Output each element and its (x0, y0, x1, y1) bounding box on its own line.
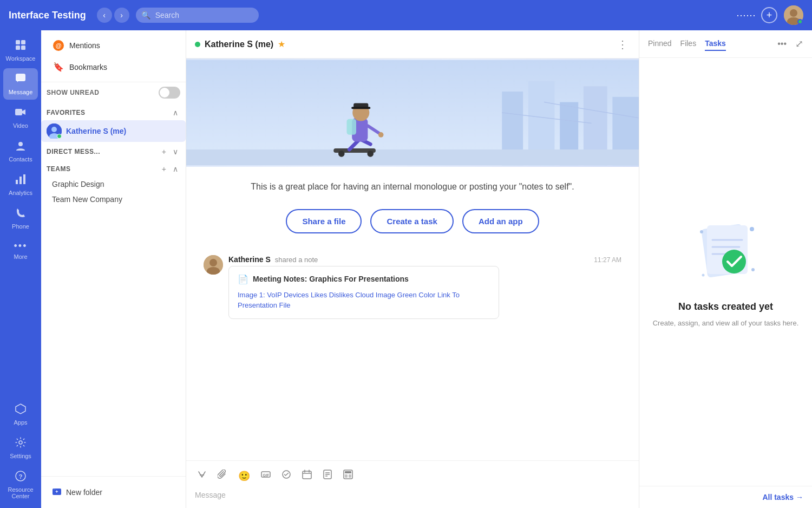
team-graphic-design-item[interactable]: Graphic Design (41, 177, 186, 192)
calendar-button[interactable] (300, 467, 314, 484)
favorites-actions: ∧ (171, 107, 180, 118)
katherine-s-me-item[interactable]: Katherine S (me) (41, 120, 186, 142)
add-app-button[interactable]: Add an app (462, 209, 539, 233)
phone-icon (15, 207, 27, 222)
sidebar-item-contacts[interactable]: Contacts (3, 135, 38, 167)
doc-icon: 📄 (238, 274, 248, 284)
app-title: Interface Testing (9, 10, 86, 21)
direct-mess-section-header: DIRECT MESS... + ∨ (41, 142, 186, 159)
format-button[interactable] (195, 467, 209, 484)
contacts-label: Contacts (9, 156, 32, 162)
right-panel-header: Pinned Files Tasks ••• ⤢ (639, 30, 812, 58)
favorites-section-header: FAVORITES ∧ (41, 103, 186, 120)
new-folder-item[interactable]: + New folder (47, 482, 180, 503)
share-file-button[interactable]: Share a file (286, 209, 362, 233)
svg-rect-10 (16, 180, 18, 184)
teams-add-button[interactable]: + (160, 164, 168, 174)
all-tasks-button[interactable]: All tasks → (762, 493, 803, 502)
chat-star-icon[interactable]: ★ (278, 39, 285, 49)
sidebar-item-video[interactable]: Video (3, 102, 38, 133)
chat-body: This is a great place for having an inte… (186, 167, 639, 460)
bookmarks-item[interactable]: 🔖 Bookmarks (48, 57, 179, 76)
chat-input[interactable] (195, 489, 630, 504)
team-new-company-label: Team New Company (52, 195, 122, 204)
settings-label: Settings (10, 453, 31, 459)
grid-icon-button[interactable]: ⋯⋯ (737, 6, 755, 24)
new-folder-label: New folder (66, 488, 102, 497)
all-tasks-arrow-icon: → (796, 493, 803, 502)
sidebar-item-apps[interactable]: Apps (3, 399, 38, 430)
nav-back-button[interactable]: ‹ (97, 8, 112, 23)
sidebar-item-more[interactable]: ••• More (3, 236, 38, 264)
search-input[interactable] (136, 8, 259, 23)
right-panel: Pinned Files Tasks ••• ⤢ (639, 30, 812, 508)
more-label: More (14, 253, 27, 260)
svg-point-68 (700, 230, 703, 233)
video-label: Video (13, 122, 28, 129)
sidebar-item-resource-center[interactable]: ? Resource Center (3, 466, 38, 504)
bookmarks-label: Bookmarks (69, 63, 107, 71)
team-new-company-item[interactable]: Team New Company (41, 192, 186, 207)
favorites-collapse-button[interactable]: ∧ (171, 107, 180, 118)
note-button[interactable] (320, 467, 335, 484)
svg-point-42 (378, 132, 384, 138)
chat-menu-button[interactable]: ⋮ (615, 36, 630, 53)
sidebar-item-workspace[interactable]: Workspace (3, 35, 38, 66)
svg-point-1 (790, 9, 797, 17)
settings-icon (15, 437, 27, 451)
right-panel-footer: All tasks → (639, 486, 812, 508)
template-button[interactable] (341, 467, 355, 484)
add-button[interactable]: + (761, 7, 777, 23)
svg-rect-12 (23, 174, 25, 184)
tab-pinned[interactable]: Pinned (648, 37, 672, 51)
katherine-label: Katherine S (me) (66, 127, 180, 135)
svg-rect-5 (16, 45, 20, 50)
bookmarks-icon: 🔖 (53, 62, 64, 72)
all-tasks-label: All tasks (762, 493, 794, 502)
attach-button[interactable] (215, 467, 230, 484)
tab-tasks[interactable]: Tasks (705, 37, 726, 51)
svg-point-33 (367, 151, 374, 157)
message-author: Katherine S (228, 255, 271, 264)
svg-text:GIF: GIF (263, 473, 270, 477)
tab-files[interactable]: Files (680, 37, 697, 51)
nav-forward-button[interactable]: › (114, 8, 129, 23)
svg-point-67 (722, 250, 746, 273)
sidebar-item-settings[interactable]: Settings (3, 432, 38, 464)
direct-mess-add-button[interactable]: + (160, 146, 168, 157)
svg-rect-59 (345, 471, 351, 473)
emoji-button[interactable]: 🙂 (236, 467, 252, 484)
mentions-label: Mentions (69, 41, 100, 50)
right-panel-close-button[interactable]: ⤢ (795, 38, 803, 50)
avatar-wrap[interactable] (784, 5, 803, 25)
show-unread-toggle[interactable] (159, 87, 180, 99)
svg-point-71 (702, 273, 704, 276)
teams-collapse-button[interactable]: ∧ (171, 164, 180, 174)
right-panel-body: No tasks created yet Create, assign, and… (639, 58, 812, 486)
online-status-dot (797, 19, 803, 24)
svg-rect-4 (21, 40, 25, 44)
svg-point-13 (19, 441, 22, 444)
checkmark-button[interactable] (279, 467, 293, 484)
svg-rect-30 (186, 149, 639, 165)
phone-label: Phone (12, 223, 29, 230)
analytics-icon (15, 173, 27, 188)
chat-welcome-text: This is a great place for having an inte… (251, 180, 574, 194)
message-row: Katherine S shared a note 11:27 AM 📄 Mee… (204, 255, 621, 319)
mentions-item[interactable]: @ Mentions (48, 36, 179, 55)
sidebar-item-analytics[interactable]: Analytics (3, 169, 38, 200)
direct-mess-collapse-button[interactable]: ∨ (171, 146, 180, 157)
dm-sidebar: @ Mentions 🔖 Bookmarks SHOW UNREAD FAVOR… (41, 30, 186, 508)
dm-sidebar-top: @ Mentions 🔖 Bookmarks (41, 30, 186, 82)
contacts-icon (15, 140, 27, 154)
workspace-icon (15, 39, 27, 54)
sidebar-item-phone[interactable]: Phone (3, 203, 38, 234)
create-task-button[interactable]: Create a task (370, 209, 453, 233)
team-graphic-design-label: Graphic Design (52, 180, 104, 188)
show-unread-label: SHOW UNREAD (47, 89, 100, 96)
direct-mess-label: DIRECT MESS... (47, 148, 100, 155)
svg-rect-3 (16, 40, 20, 44)
right-panel-more-button[interactable]: ••• (777, 39, 787, 49)
sidebar-item-message[interactable]: Message (3, 68, 38, 100)
gif-button[interactable]: GIF (259, 467, 273, 484)
